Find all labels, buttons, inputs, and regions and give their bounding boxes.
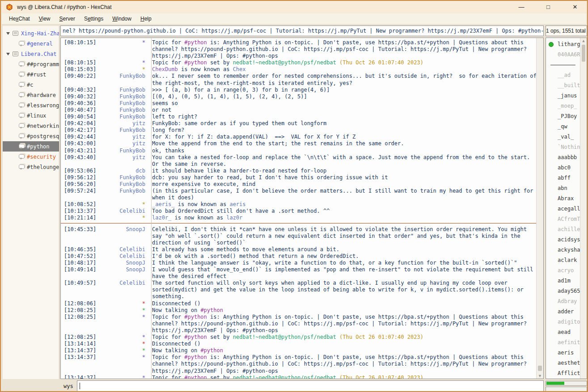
- tree-channel--postgresq[interactable]: #postgresq: [3, 131, 59, 141]
- chat-line: have the desired effect: [61, 273, 536, 280]
- menu-view[interactable]: View: [34, 13, 55, 24]
- message-text: Or the same in reverse.: [148, 161, 536, 168]
- chat-line: something.: [61, 293, 536, 300]
- menu-settings[interactable]: Settings: [80, 13, 108, 24]
- user-nick: aaabbb: [558, 154, 577, 160]
- tree-server-libera-chat[interactable]: Libera.Chat: [3, 49, 59, 59]
- timestamp: [09:42:17]: [61, 127, 100, 134]
- user-nick: __ad: [558, 72, 571, 78]
- topic-input[interactable]: nel? https://pound-python.github.io | Co…: [60, 25, 544, 36]
- message-nick: FunkyBob: [100, 188, 148, 194]
- menu-server[interactable]: Server: [55, 13, 80, 24]
- tree-channel--lesswrong[interactable]: #lesswrong: [3, 100, 59, 110]
- chat-line: when it does): [61, 194, 536, 201]
- timestamp: [10:45:33]: [61, 226, 100, 233]
- chat-line: https://j.mp/23X7emF | Ops: #python-ops: [61, 53, 536, 59]
- title-bar: wys @ Libera.Chat / #python - HexChat — …: [2, 1, 586, 13]
- channel-bubble-icon: [19, 144, 25, 148]
- lag-meter: [546, 381, 587, 386]
- message-text: long form?: [148, 127, 536, 134]
- message-text: https://j.mp/23X7emF | Ops: #python-ops: [148, 327, 536, 334]
- tree-channel--programm[interactable]: ##programm: [3, 59, 59, 69]
- tree-channel--networkin[interactable]: #networkin: [3, 121, 59, 131]
- tree-channel--linux[interactable]: #linux: [3, 110, 59, 121]
- timestamp: [61, 240, 100, 246]
- chat-line: [09:43:00]yitzMove the append from the e…: [61, 140, 536, 147]
- chat-scrollbar-thumb[interactable]: [538, 366, 542, 371]
- tree-channel--hardware[interactable]: #hardware: [3, 90, 59, 100]
- op-status-icon: [549, 42, 554, 47]
- timestamp: [09:43:00]: [61, 140, 100, 147]
- tree-item-label: #lesswrong: [27, 102, 59, 109]
- scroll-up-icon[interactable]: ▲: [580, 38, 587, 43]
- tree-channel--security[interactable]: #security: [3, 152, 59, 162]
- user-nick: acidsys: [558, 236, 580, 243]
- userlist-scrollbar[interactable]: ▲: [580, 38, 587, 379]
- tree-channel--c[interactable]: #c: [3, 80, 59, 90]
- menu-hexchat[interactable]: HexChat: [4, 13, 34, 24]
- message-text: Topic for #python set by nedbat!~nedbat@…: [148, 59, 536, 66]
- menu-help[interactable]: Help: [136, 13, 156, 24]
- timestamp: [61, 194, 100, 201]
- message-input[interactable]: [77, 380, 544, 392]
- message-nick: SnoopJ: [100, 266, 148, 273]
- message-nick: [100, 287, 148, 293]
- chat-line: [10:13:37]CelelibiToo bad OrderedDict st…: [61, 208, 536, 215]
- user-nick: Abrax: [558, 195, 574, 202]
- timestamp: [10:21:14]: [61, 215, 100, 221]
- message-text: sorted(mydict) and get the value in the …: [148, 287, 536, 293]
- chat-lines: [08:10:15]*Topic for #python is: Anythin…: [61, 38, 536, 379]
- chat-line: [09:42:44]yitzfor X: for Y: if Z: data.a…: [61, 134, 536, 140]
- expander-icon[interactable]: [6, 53, 10, 55]
- message-nick: yitz: [100, 120, 148, 127]
- tree-channel--general[interactable]: #general: [3, 38, 59, 49]
- hexchat-logo-icon: [6, 4, 13, 11]
- own-nick-label: wys: [60, 383, 77, 389]
- expander-icon[interactable]: [6, 32, 10, 35]
- tree-channel--thelounge[interactable]: #thelounge: [3, 162, 59, 172]
- event-star: *: [100, 215, 148, 221]
- event-star: *: [100, 201, 148, 208]
- chat-line: [09:43:40]yitzYou can take a nested for-…: [61, 154, 536, 161]
- userlist-scrollbar-thumb[interactable]: [582, 45, 585, 62]
- tree-server-xing-hai-zha[interactable]: Xing-Hai-Zha: [3, 28, 59, 38]
- message-nick: SnoopJ: [100, 260, 148, 266]
- chat-scrollbar[interactable]: ▼: [536, 38, 543, 379]
- message-text: dcb: you say harder to read, but I don't…: [148, 174, 536, 181]
- message-text: Topic for #python set by nedbat!~nedbat@…: [148, 375, 536, 379]
- message-text: FunkyBob: same order as if you typed the…: [148, 120, 536, 127]
- scroll-down-icon[interactable]: ▼: [537, 374, 543, 378]
- chat-line: [08:10:15]*Topic for #python is: Anythin…: [61, 39, 536, 46]
- channel-bubble-icon: [19, 72, 25, 76]
- message-text: Disconnected (): [148, 341, 536, 347]
- chat-line: [10:49:57]CelelibiThe sorted function wi…: [61, 280, 536, 287]
- channel-bubble-icon: [19, 154, 25, 159]
- text-caret: [80, 383, 80, 389]
- message-text: I'd be ok with a .sorted() method that r…: [148, 253, 536, 260]
- message-nick: [100, 80, 148, 87]
- message-nick: Celelibi: [100, 280, 148, 287]
- message-nick: FunkyBob: [100, 93, 148, 100]
- event-star: [100, 361, 148, 367]
- tree-item-label: Libera.Chat: [21, 51, 56, 57]
- event-star: *: [100, 59, 148, 66]
- tree-channel--python[interactable]: #python: [3, 141, 59, 152]
- window-title: wys @ Libera.Chat / #python - HexChat: [17, 4, 112, 10]
- user-nick: Adbray: [558, 298, 577, 304]
- message-nick: [100, 273, 148, 280]
- tree-channel--rust[interactable]: ##rust: [3, 69, 59, 80]
- chat-line: [12:08:25]*Now talking on #python: [61, 307, 536, 314]
- event-star: *: [100, 375, 148, 379]
- chat-line: [09:40:22]FunkyBobok... I never seem to …: [61, 73, 536, 80]
- timestamp: [12:08:25]: [61, 307, 100, 314]
- menu-window[interactable]: Window: [108, 13, 136, 24]
- message-text: have the desired effect: [148, 273, 536, 280]
- user-nick: aclark: [558, 257, 577, 263]
- close-button[interactable]: ✕: [568, 1, 582, 13]
- event-star: *: [100, 307, 148, 314]
- minimize-button[interactable]: —: [515, 1, 528, 13]
- user-nick: _janus: [558, 93, 577, 99]
- chat-line: [13:14:14]*Disconnected (): [61, 341, 536, 347]
- message-text: [(0, 4), (0, 5), (1, 4), (1, 5), (2, 4),…: [148, 93, 536, 100]
- maximize-button[interactable]: □: [541, 1, 555, 13]
